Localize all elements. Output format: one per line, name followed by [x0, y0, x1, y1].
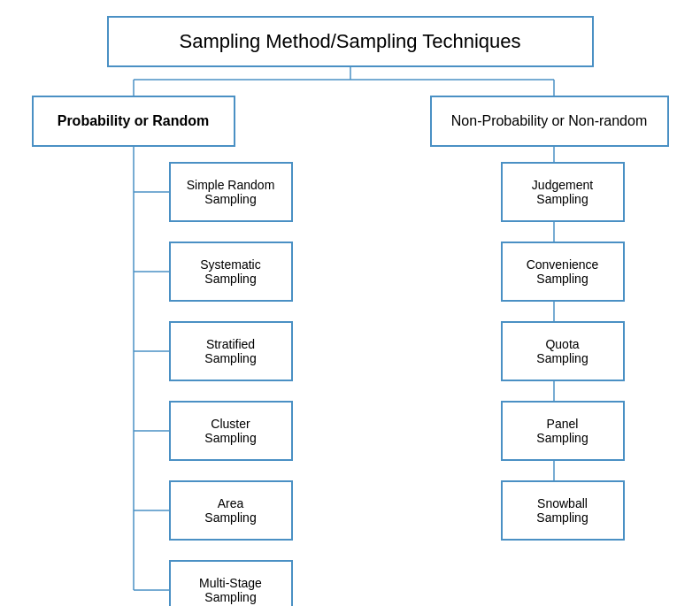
panel-box: PanelSampling	[501, 401, 625, 461]
srs-box: Simple RandomSampling	[169, 162, 293, 222]
snow-box: SnowballSampling	[501, 480, 625, 541]
area-box: AreaSampling	[169, 480, 293, 541]
conv-box: ConvenienceSampling	[501, 242, 625, 302]
multi-box: Multi-StageSampling	[169, 560, 293, 607]
judge-box: JudgementSampling	[501, 162, 625, 222]
diagram: Sampling Method/Sampling Techniques Prob…	[5, 7, 696, 600]
title-text: Sampling Method/Sampling Techniques	[179, 30, 520, 53]
cluster-box: ClusterSampling	[169, 401, 293, 461]
nonprob-box: Non-Probability or Non-random	[430, 96, 669, 147]
prob-label: Probability or Random	[58, 113, 210, 129]
strat-box: StratifiedSampling	[169, 321, 293, 381]
nonprob-label: Non-Probability or Non-random	[451, 113, 647, 129]
sys-box: SystematicSampling	[169, 242, 293, 302]
quota-box: QuotaSampling	[501, 321, 625, 381]
title-box: Sampling Method/Sampling Techniques	[107, 16, 594, 67]
prob-box: Probability or Random	[32, 96, 235, 147]
